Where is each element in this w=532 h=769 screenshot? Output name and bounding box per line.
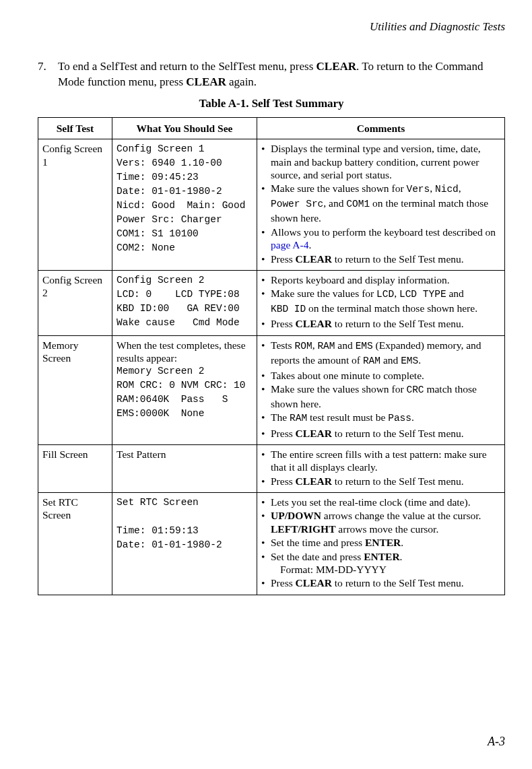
selftest-output: Config Screen 1 Vers: 6940 1.10-00 Time:…: [112, 139, 257, 271]
selftest-comments: Lets you set the real-time clock (time a…: [257, 493, 505, 595]
page-number: A-3: [488, 735, 505, 749]
selftest-output: Config Screen 2 LCD: 0 LCD TYPE:08 KBD I…: [112, 270, 257, 335]
running-head: Utilities and Diagnostic Tests: [38, 20, 505, 34]
selftest-output: When the test completes, these results a…: [112, 335, 257, 444]
selftest-output: Test Pattern: [112, 444, 257, 492]
selftest-name: Fill Screen: [38, 444, 112, 492]
header-whatsee: What You Should See: [112, 117, 257, 139]
step-text: To end a SelfTest and return to the Self…: [58, 59, 505, 90]
selftest-table: Self Test What You Should See Comments C…: [38, 117, 505, 595]
table-row: Config Screen 2 Config Screen 2 LCD: 0 L…: [38, 270, 505, 335]
selftest-name: Config Screen 1: [38, 139, 112, 271]
selftest-comments: Reports keyboard and display information…: [257, 270, 505, 335]
selftest-name: Memory Screen: [38, 335, 112, 444]
step-7: 7. To end a SelfTest and return to the S…: [38, 59, 505, 90]
table-caption: Table A-1. Self Test Summary: [38, 97, 505, 110]
table-row: Fill Screen Test Pattern The entire scre…: [38, 444, 505, 492]
selftest-output: Set RTC Screen Time: 01:59:13 Date: 01-0…: [112, 493, 257, 595]
selftest-comments: Tests ROM, RAM and EMS (Expanded) memory…: [257, 335, 505, 444]
step-number: 7.: [38, 59, 58, 90]
table-row: Memory Screen When the test completes, t…: [38, 335, 505, 444]
selftest-comments: Displays the terminal type and version, …: [257, 139, 505, 271]
header-comments: Comments: [257, 117, 505, 139]
header-selftest: Self Test: [38, 117, 112, 139]
table-row: Config Screen 1 Config Screen 1 Vers: 69…: [38, 139, 505, 271]
selftest-name: Config Screen 2: [38, 270, 112, 335]
table-row: Set RTC Screen Set RTC Screen Time: 01:5…: [38, 493, 505, 595]
selftest-name: Set RTC Screen: [38, 493, 112, 595]
selftest-comments: The entire screen fills with a test patt…: [257, 444, 505, 492]
page-link[interactable]: page A-4: [271, 239, 308, 250]
